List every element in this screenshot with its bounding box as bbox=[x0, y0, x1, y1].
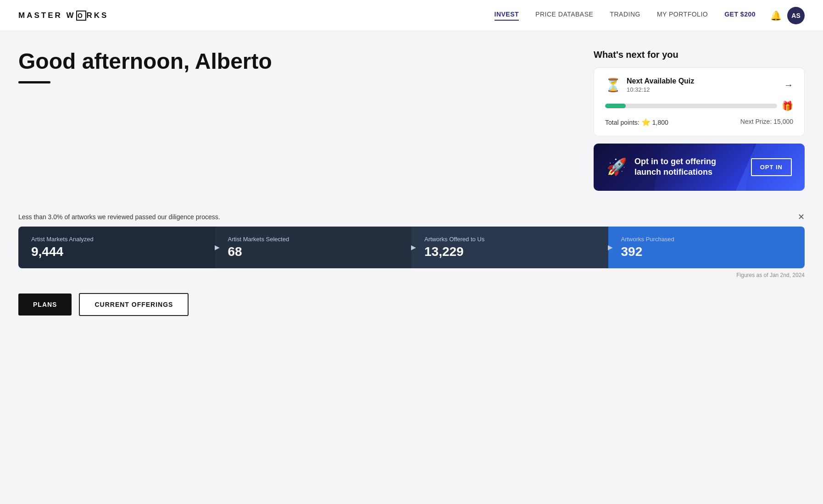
bottom-buttons: PLANS CURRENT OFFERINGS bbox=[0, 278, 823, 331]
stat-value-1: 68 bbox=[228, 244, 399, 259]
stat-arrow-0: ▶ bbox=[215, 244, 220, 251]
nav-invest[interactable]: INVEST bbox=[495, 11, 519, 21]
stats-close-button[interactable]: ✕ bbox=[798, 213, 805, 221]
quiz-header: ⏳ Next Available Quiz 10:32:12 → bbox=[605, 77, 793, 93]
stat-value-0: 9,444 bbox=[31, 244, 202, 259]
stats-section: Less than 3.0% of artworks we reviewed p… bbox=[0, 213, 823, 268]
greeting: Good afternoon, Alberto bbox=[18, 50, 575, 74]
main-content: Good afternoon, Alberto What's next for … bbox=[0, 31, 823, 191]
greeting-underline bbox=[18, 81, 50, 83]
stat-value-3: 392 bbox=[621, 244, 792, 259]
gift-icon: 🎁 bbox=[782, 100, 793, 111]
stat-value-2: 13,229 bbox=[424, 244, 595, 259]
opt-in-text: Opt in to get offering launch notificati… bbox=[634, 156, 744, 178]
quiz-details: Next Available Quiz 10:32:12 bbox=[627, 77, 694, 93]
quiz-arrow-icon[interactable]: → bbox=[784, 80, 793, 90]
stat-label-2: Artworks Offered to Us bbox=[424, 236, 595, 243]
nav: INVEST PRICE DATABASE TRADING MY PORTFOL… bbox=[495, 11, 756, 21]
bell-icon[interactable]: 🔔 bbox=[770, 10, 782, 21]
current-offerings-button[interactable]: CURRENT OFFERINGS bbox=[79, 293, 189, 316]
quiz-title: Next Available Quiz bbox=[627, 77, 694, 85]
star-icon: ⭐ bbox=[641, 118, 651, 127]
figures-note: Figures as of Jan 2nd, 2024 bbox=[0, 272, 823, 278]
progress-bar-fill bbox=[605, 104, 626, 108]
stat-block-2: Artworks Offered to Us 13,229 ▶ bbox=[412, 227, 608, 268]
total-points-label: Total points: bbox=[605, 119, 639, 126]
avatar[interactable]: AS bbox=[787, 7, 805, 24]
stats-banner: Less than 3.0% of artworks we reviewed p… bbox=[18, 213, 805, 221]
logo-box: O bbox=[76, 11, 86, 21]
stat-label-0: Artist Markets Analyzed bbox=[31, 236, 202, 243]
quiz-card: ⏳ Next Available Quiz 10:32:12 → 🎁 Total… bbox=[594, 67, 805, 136]
plans-button[interactable]: PLANS bbox=[18, 294, 72, 316]
logo[interactable]: MASTER WORKS bbox=[18, 11, 108, 21]
progress-bar-bg bbox=[605, 104, 777, 108]
right-panel: What's next for you ⏳ Next Available Qui… bbox=[594, 50, 805, 191]
stat-label-3: Artworks Purchased bbox=[621, 236, 792, 243]
whats-next-title: What's next for you bbox=[594, 50, 805, 60]
nav-my-portfolio[interactable]: MY PORTFOLIO bbox=[657, 11, 708, 21]
stat-block-0: Artist Markets Analyzed 9,444 ▶ bbox=[18, 227, 215, 268]
next-prize: Next Prize: 15,000 bbox=[740, 118, 793, 127]
header: MASTER WORKS INVEST PRICE DATABASE TRADI… bbox=[0, 0, 823, 31]
quiz-time: 10:32:12 bbox=[627, 86, 694, 93]
stats-banner-text: Less than 3.0% of artworks we reviewed p… bbox=[18, 213, 220, 221]
stat-arrow-1: ▶ bbox=[411, 244, 416, 251]
nav-get200[interactable]: GET $200 bbox=[724, 11, 756, 21]
nav-price-database[interactable]: PRICE DATABASE bbox=[535, 11, 593, 21]
stat-arrow-2: ▶ bbox=[608, 244, 613, 251]
stats-grid: Artist Markets Analyzed 9,444 ▶ Artist M… bbox=[18, 227, 805, 268]
stat-label-1: Artist Markets Selected bbox=[228, 236, 399, 243]
opt-in-card: 🚀 Opt in to get offering launch notifica… bbox=[594, 144, 805, 191]
hourglass-icon: ⏳ bbox=[605, 78, 621, 93]
progress-bar-container: 🎁 bbox=[605, 100, 793, 111]
stat-block-3: Artworks Purchased 392 bbox=[608, 227, 805, 268]
opt-in-button[interactable]: OPT IN bbox=[751, 158, 792, 176]
opt-in-message: Opt in to get offering launch notificati… bbox=[634, 156, 744, 178]
quiz-info: ⏳ Next Available Quiz 10:32:12 bbox=[605, 77, 694, 93]
nav-trading[interactable]: TRADING bbox=[610, 11, 640, 21]
total-points-value: 1,800 bbox=[652, 119, 668, 126]
stat-block-1: Artist Markets Selected 68 ▶ bbox=[215, 227, 412, 268]
left-panel: Good afternoon, Alberto bbox=[18, 50, 575, 191]
header-icons: 🔔 AS bbox=[770, 7, 805, 24]
rocket-icon: 🚀 bbox=[606, 157, 627, 177]
points-left: Total points: ⭐ 1,800 bbox=[605, 118, 668, 127]
quiz-points: Total points: ⭐ 1,800 Next Prize: 15,000 bbox=[605, 118, 793, 127]
